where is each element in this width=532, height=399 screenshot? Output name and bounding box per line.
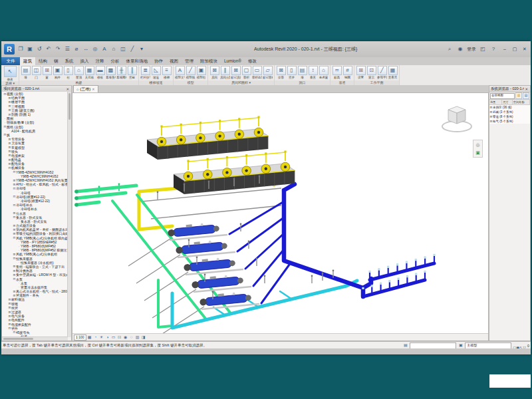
workset-dropdown[interactable]: [410, 342, 456, 349]
tool-面积边界[interactable]: ▭面积边界: [252, 66, 262, 79]
blue-branch-pipe[interactable]: [237, 217, 284, 251]
ribbon-tab-协作[interactable]: 协作: [151, 57, 166, 65]
reveal-hidden-elements-icon[interactable]: ◌: [129, 334, 134, 340]
tool-房间[interactable]: ⊠房间: [209, 66, 219, 79]
shadows-icon[interactable]: ◑: [105, 334, 110, 340]
system-row[interactable]: ⊞机械 (3 个系统): [489, 110, 530, 114]
tool-模型组[interactable]: ▣模型组: [196, 66, 206, 79]
ribbon-tab-钢[interactable]: 钢: [51, 57, 62, 65]
panel-caption[interactable]: 工作平面: [354, 80, 399, 85]
tool-模型线[interactable]: ╱模型线: [186, 66, 196, 79]
close-button[interactable]: ✕: [520, 45, 529, 54]
view-tab-close-icon[interactable]: ✕: [92, 87, 94, 91]
redo-icon[interactable]: ↷: [54, 45, 62, 53]
signin-user-icon[interactable]: ◉: [456, 45, 464, 53]
view-tab-3d[interactable]: ⌂ {三维} ✕: [73, 85, 98, 92]
tool-轴网[interactable]: #轴网: [342, 66, 352, 79]
tool-标记房间[interactable]: ⊠标记房间: [231, 66, 241, 79]
file-menu-button[interactable]: 文件: [1, 57, 20, 65]
tool-垂直[interactable]: ↕垂直: [308, 66, 318, 79]
measure-icon[interactable]: ⌀: [72, 45, 80, 53]
tool-墙[interactable]: ▤墙: [21, 66, 31, 79]
tool-竖梃[interactable]: ║竖梃: [127, 66, 137, 79]
tool-设置[interactable]: ⊞设置: [356, 66, 366, 79]
ribbon-tab-管理[interactable]: 管理: [182, 57, 197, 65]
help-icon[interactable]: ?: [489, 45, 497, 53]
ribbon-tab-插入[interactable]: 插入: [77, 57, 92, 65]
minimize-button[interactable]: –: [500, 45, 509, 54]
viewcube[interactable]: [440, 101, 473, 138]
design-options-icon[interactable]: ▣: [458, 342, 464, 348]
ribbon-tab-注释[interactable]: 注释: [92, 57, 108, 65]
drawing-canvas[interactable]: ◎ ▣ 1:100 ▦◔☀◑▭⊡◉◌▥◨: [72, 92, 489, 341]
gray-branch-pipe[interactable]: [128, 237, 172, 266]
close-icon[interactable]: ✕: [524, 87, 529, 91]
open-icon[interactable]: ❐: [17, 45, 25, 53]
tag-icon[interactable]: ◎: [91, 45, 99, 53]
blue-branch-pipe[interactable]: [229, 201, 284, 234]
system-row[interactable]: ⊞未指定 (36 项): [489, 105, 530, 110]
tool-楼板[interactable]: ▬楼板: [95, 66, 105, 79]
tool-参照平面[interactable]: ╱参照平面: [377, 66, 387, 79]
panel-caption[interactable]: 楼梯坡道: [139, 80, 173, 85]
qat-customize-icon[interactable]: ▾: [138, 45, 146, 53]
app-store-icon[interactable]: ◰: [479, 45, 487, 53]
ribbon-tab-结构[interactable]: 结构: [35, 57, 51, 65]
aligned-dimension-icon[interactable]: ↔: [82, 45, 90, 53]
system-view-dropdown[interactable]: 全部视图: [490, 93, 515, 99]
cooling-tower-bank-2[interactable]: [174, 151, 295, 195]
tool-坡道[interactable]: ◺坡道: [151, 66, 161, 79]
chiller-unit-1[interactable]: [167, 221, 227, 240]
crop-view-icon[interactable]: ▭: [111, 334, 116, 340]
steering-wheel-icon[interactable]: ◎: [474, 141, 481, 148]
tool-柱[interactable]: ▯柱: [63, 66, 73, 79]
ribbon-tab-系统[interactable]: 系统: [62, 57, 77, 65]
ribbon-tab-分析[interactable]: 分析: [108, 57, 123, 65]
cooling-tower-bank-1[interactable]: [147, 116, 268, 160]
tool-房间分隔[interactable]: ∥房间分隔: [220, 66, 230, 79]
column-header-流量[interactable]: 流量: [489, 100, 502, 104]
print-icon[interactable]: ☰: [63, 45, 71, 53]
signin-button[interactable]: 登录: [467, 46, 476, 53]
search-icon[interactable]: ⌕: [446, 45, 454, 53]
column-settings-icon[interactable]: ▤: [523, 92, 529, 99]
restore-button[interactable]: ▢: [510, 45, 519, 54]
tool-墙[interactable]: ▤墙: [297, 66, 307, 79]
tool-面积[interactable]: ▢面积: [241, 66, 251, 79]
close-icon[interactable]: ✕: [65, 87, 70, 91]
tool-竖井[interactable]: ▯竖井: [287, 66, 297, 79]
ribbon-tab-体量和场地[interactable]: 体量和场地: [123, 57, 152, 65]
chiller-unit-3[interactable]: [183, 256, 243, 275]
ribbon-tab-修改[interactable]: 修改: [245, 57, 260, 65]
visual-style-icon[interactable]: ◔: [93, 334, 98, 340]
temporary-view-properties-icon[interactable]: ◨: [141, 334, 146, 340]
worksharing-display-icon[interactable]: ▥: [135, 334, 140, 340]
tool-老虎窗[interactable]: ⌂老虎窗: [319, 66, 329, 79]
system-row[interactable]: ⊞管道 (8 个系统): [489, 114, 530, 119]
gray-main-pipe[interactable]: [151, 205, 281, 219]
tool-屋顶[interactable]: ⌂屋顶: [74, 66, 84, 79]
pipe-green-header[interactable]: [76, 186, 136, 205]
cyan-branch-pipe[interactable]: [280, 291, 292, 299]
tool-按面[interactable]: ⊠按面: [276, 66, 286, 79]
tool-楼梯[interactable]: ≡楼梯: [162, 66, 172, 79]
tool-幕墙网格[interactable]: ╫幕墙网格: [116, 66, 126, 79]
save-icon[interactable]: ▣: [26, 45, 34, 53]
tool-窗[interactable]: ⊞窗: [42, 66, 52, 79]
chiller-unit-5[interactable]: [199, 291, 259, 309]
tool-幕墙系统[interactable]: ▩幕墙系统: [106, 66, 116, 79]
worksets-icon[interactable]: ▤: [402, 342, 408, 348]
zoom-tool-icon[interactable]: ▣: [474, 149, 481, 156]
tool-构件[interactable]: ▣构件: [53, 66, 63, 79]
detail-level-icon[interactable]: ▦: [87, 334, 92, 340]
thin-lines-icon[interactable]: ╱: [128, 45, 136, 53]
design-option-dropdown[interactable]: 主模型: [465, 342, 511, 349]
tool-查看器[interactable]: ▦查看器: [388, 66, 398, 79]
tool-模型文字[interactable]: A模型文字: [175, 66, 185, 79]
default-3d-view-icon[interactable]: ⌂: [110, 45, 118, 53]
ribbon-tab-视图[interactable]: 视图: [166, 57, 182, 65]
tool-栏杆扶手[interactable]: ≣栏杆扶手: [140, 66, 150, 79]
panel-caption[interactable]: 模型: [174, 80, 207, 85]
project-browser-vscrollbar[interactable]: [67, 92, 71, 337]
ribbon-tab-附加模块[interactable]: 附加模块: [197, 57, 221, 65]
